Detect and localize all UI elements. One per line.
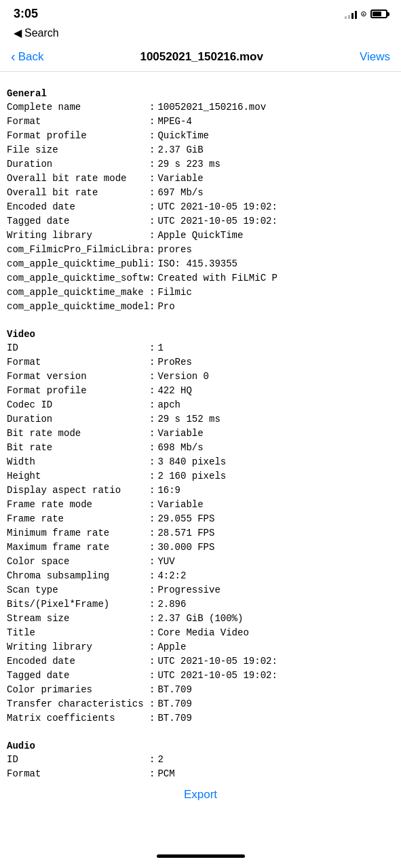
row-separator: :	[149, 597, 155, 612]
row-separator: :	[149, 767, 155, 781]
table-row: Duration : 29 s 152 ms	[7, 412, 394, 427]
table-row: Color primaries : BT.709	[7, 683, 394, 697]
row-label: Title	[7, 626, 149, 640]
table-row: Height : 2 160 pixels	[7, 469, 394, 484]
table-row: Width : 3 840 pixels	[7, 455, 394, 469]
row-separator: :	[149, 300, 155, 314]
table-row: Display aspect ratio : 16:9	[7, 484, 394, 498]
row-label: Tagged date	[7, 669, 149, 683]
row-value: 2.37 GiB	[157, 143, 394, 157]
row-separator: :	[149, 555, 155, 569]
row-value: 698 Mb/s	[157, 441, 394, 455]
row-label: Overall bit rate	[7, 186, 149, 200]
row-value: 4:2:2	[157, 569, 394, 583]
row-value: 2 160 pixels	[157, 469, 394, 484]
row-label: com_apple_quicktime_softw	[7, 271, 149, 285]
row-separator: :	[149, 229, 155, 243]
row-label: Transfer characteristics	[7, 697, 149, 711]
row-value: 3 840 pixels	[157, 455, 394, 469]
table-row: Matrix coefficients : BT.709	[7, 711, 394, 726]
table-row: Format version : Version 0	[7, 370, 394, 384]
table-row: Frame rate mode : Variable	[7, 498, 394, 512]
table-row: ID : 2	[7, 753, 394, 767]
row-label: Frame rate mode	[7, 498, 149, 512]
row-label: Format version	[7, 370, 149, 384]
table-row: Format : ProRes	[7, 355, 394, 370]
back-label: Back	[18, 50, 44, 64]
table-row: Complete name : 10052021_150216.mov	[7, 100, 394, 115]
row-label: Color space	[7, 555, 149, 569]
views-button[interactable]: Views	[360, 50, 390, 64]
back-button[interactable]: ‹ Back	[11, 49, 43, 64]
row-separator: :	[149, 697, 155, 711]
table-row: Duration : 29 s 223 ms	[7, 157, 394, 172]
row-separator: :	[149, 186, 155, 200]
table-row: Transfer characteristics : BT.709	[7, 697, 394, 711]
row-separator: :	[149, 398, 155, 412]
table-row: com_apple_quicktime_model : Pro	[7, 300, 394, 314]
row-separator: :	[149, 654, 155, 669]
row-value: Core Media Video	[157, 626, 394, 640]
table-row: Overall bit rate : 697 Mb/s	[7, 186, 394, 200]
table-row: Format profile : 422 HQ	[7, 384, 394, 398]
row-label: Maximum frame rate	[7, 540, 149, 555]
row-label: Format profile	[7, 384, 149, 398]
row-separator: :	[149, 384, 155, 398]
row-value: YUV	[157, 555, 394, 569]
export-button[interactable]: Export	[184, 788, 217, 802]
search-back[interactable]: ◀ Search	[14, 26, 387, 39]
row-value: Variable	[157, 427, 394, 441]
row-separator: :	[149, 711, 155, 726]
table-row: Frame rate : 29.055 FPS	[7, 512, 394, 526]
audio-rows: ID : 2Format : PCM	[7, 753, 394, 781]
home-indicator	[0, 849, 401, 866]
row-value: apch	[157, 398, 394, 412]
table-row: Bit rate : 698 Mb/s	[7, 441, 394, 455]
row-label: Bits/(Pixel*Frame)	[7, 597, 149, 612]
row-value: 422 HQ	[157, 384, 394, 398]
search-label: Search	[24, 27, 59, 39]
signal-icon	[345, 9, 357, 19]
row-label: ID	[7, 753, 149, 767]
row-value: 697 Mb/s	[157, 186, 394, 200]
row-label: Height	[7, 469, 149, 484]
row-label: Display aspect ratio	[7, 484, 149, 498]
row-value: Variable	[157, 498, 394, 512]
row-value: 30.000 FPS	[157, 540, 394, 555]
row-label: Encoded date	[7, 200, 149, 214]
row-label: ID	[7, 341, 149, 355]
row-label: Frame rate	[7, 512, 149, 526]
row-label: Duration	[7, 157, 149, 172]
row-separator: :	[149, 455, 155, 469]
row-separator: :	[149, 441, 155, 455]
row-label: Writing library	[7, 229, 149, 243]
row-label: File size	[7, 143, 149, 157]
status-time: 3:05	[14, 7, 38, 21]
row-separator: :	[149, 640, 155, 654]
video-section-header: Video	[7, 329, 394, 340]
row-separator: :	[149, 753, 155, 767]
row-label: Format	[7, 355, 149, 370]
row-separator: :	[149, 469, 155, 484]
general-rows: Complete name : 10052021_150216.movForma…	[7, 100, 394, 314]
table-row: Writing library : Apple	[7, 640, 394, 654]
table-row: Minimum frame rate : 28.571 FPS	[7, 526, 394, 540]
row-label: com_FilmicPro_FilmicLibra	[7, 243, 149, 257]
table-row: Stream size : 2.37 GiB (100%)	[7, 612, 394, 626]
row-value: UTC 2021-10-05 19:02:	[157, 214, 394, 229]
row-separator: :	[149, 143, 155, 157]
table-row: Chroma subsampling : 4:2:2	[7, 569, 394, 583]
table-row: ID : 1	[7, 341, 394, 355]
row-separator: :	[149, 115, 155, 129]
row-label: Matrix coefficients	[7, 711, 149, 726]
table-row: Codec ID : apch	[7, 398, 394, 412]
row-label: Codec ID	[7, 398, 149, 412]
row-label: Overall bit rate mode	[7, 172, 149, 186]
row-separator: :	[149, 626, 155, 640]
row-separator: :	[149, 683, 155, 697]
video-rows: ID : 1Format : ProResFormat version : Ve…	[7, 341, 394, 726]
row-label: Format	[7, 767, 149, 781]
row-separator: :	[149, 540, 155, 555]
row-value: Created with FiLMiC P	[157, 271, 394, 285]
row-separator: :	[149, 129, 155, 143]
